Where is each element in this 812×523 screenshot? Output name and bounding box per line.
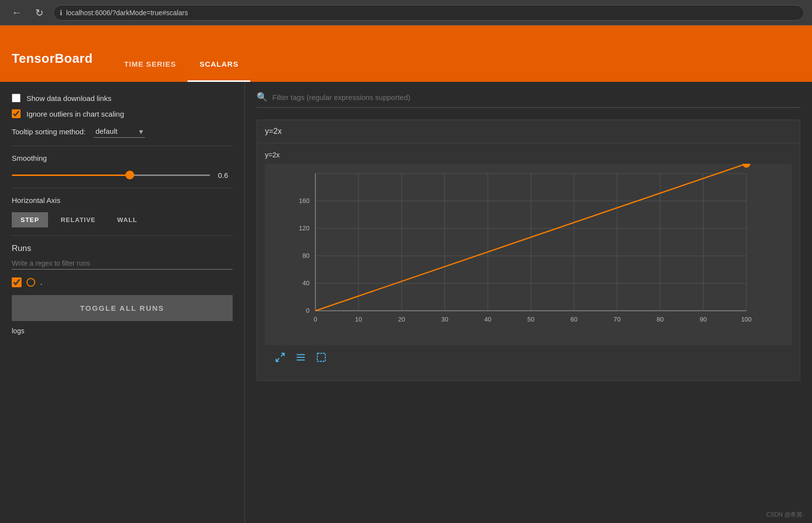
refresh-button[interactable]: ↻ (31, 5, 48, 21)
x-label-50: 50 (527, 316, 534, 323)
back-button[interactable]: ← (8, 5, 25, 20)
svg-rect-24 (317, 353, 326, 362)
x-label-80: 80 (657, 316, 664, 323)
smoothing-value: 0.6 (218, 171, 233, 179)
sidebar: Show data download links Ignore outliers… (0, 82, 245, 523)
runs-title: Runs (12, 244, 233, 253)
chart-endpoint-dot (742, 164, 750, 168)
address-bar[interactable]: ℹ localhost:6006/?darkMode=true#scalars (53, 5, 804, 21)
y-label-0: 0 (306, 307, 310, 314)
url-text: localhost:6006/?darkMode=true#scalars (66, 9, 188, 17)
y-label-40: 40 (303, 279, 310, 287)
smoothing-section: Smoothing 0.6 (12, 154, 233, 180)
divider-3 (12, 235, 233, 236)
run-label: . (40, 278, 42, 287)
expand-chart-button[interactable] (273, 351, 287, 367)
axis-section: Horizontal Axis STEP RELATIVE WALL (12, 196, 233, 227)
x-label-60: 60 (571, 316, 577, 323)
y-label-160: 160 (299, 197, 310, 204)
nav-time-series[interactable]: TIME SERIES (112, 60, 188, 82)
ignore-outliers-label: Ignore outliers in chart scaling (26, 110, 124, 118)
run-row: . (12, 277, 233, 287)
divider-2 (12, 188, 233, 188)
smoothing-slider[interactable] (12, 174, 210, 176)
show-download-label: Show data download links (26, 94, 111, 102)
y-label-120: 120 (299, 224, 310, 232)
x-label-40: 40 (484, 316, 491, 323)
chart-title: y=2x (257, 120, 800, 143)
filter-bar: 🔍 (257, 92, 800, 108)
smoothing-title: Smoothing (12, 154, 233, 162)
slider-row: 0.6 (12, 170, 233, 180)
x-label-10: 10 (355, 316, 362, 323)
settings-section: Show data download links Ignore outliers… (12, 94, 233, 138)
chart-toolbar (265, 345, 792, 373)
chart-card: y=2x y=2x (257, 120, 800, 381)
toggle-all-runs-button[interactable]: TOGGLE ALL RUNS (12, 295, 233, 321)
svg-line-20 (276, 358, 279, 361)
x-label-20: 20 (398, 316, 405, 323)
runs-filter-input[interactable] (12, 257, 233, 270)
main-content: 🔍 y=2x y=2x (245, 82, 812, 523)
svg-line-19 (281, 353, 284, 356)
tooltip-row: Tooltip sorting method: default ascendin… (12, 125, 233, 138)
slider-wrapper (12, 170, 210, 180)
chart-subtitle: y=2x (265, 151, 792, 159)
browser-bar: ← ↻ ℹ localhost:6006/?darkMode=true#scal… (0, 0, 812, 25)
runs-section: Runs . TOGGLE ALL RUNS logs (12, 244, 233, 335)
chart-svg: 0 40 80 120 160 0 10 20 30 40 50 60 70 (265, 164, 792, 345)
tooltip-label: Tooltip sorting method: (12, 127, 86, 136)
axis-relative-button[interactable]: RELATIVE (52, 212, 104, 227)
axis-step-button[interactable]: STEP (12, 212, 48, 227)
watermark: CSDN @希冀- (766, 511, 804, 519)
tensorboard-header: TensorBoard TIME SERIES SCALARS (0, 25, 812, 82)
show-download-row[interactable]: Show data download links (12, 94, 233, 102)
x-label-90: 90 (700, 316, 707, 323)
ignore-outliers-checkbox[interactable] (12, 109, 21, 118)
ignore-outliers-row[interactable]: Ignore outliers in chart scaling (12, 109, 233, 118)
axis-wall-button[interactable]: WALL (108, 212, 146, 227)
x-label-70: 70 (614, 316, 621, 323)
divider-1 (12, 146, 233, 146)
info-icon: ℹ (60, 9, 62, 17)
show-download-checkbox[interactable] (12, 94, 21, 102)
legend-button[interactable] (293, 351, 308, 367)
filter-input[interactable] (272, 93, 800, 101)
search-icon: 🔍 (257, 92, 267, 102)
run-color-circle (26, 278, 35, 287)
main-layout: Show data download links Ignore outliers… (0, 82, 812, 523)
axis-label: Horizontal Axis (12, 196, 233, 204)
x-label-100: 100 (741, 316, 752, 323)
main-nav: TIME SERIES SCALARS (112, 25, 250, 82)
x-label-0: 0 (313, 316, 317, 323)
chart-inner: y=2x (257, 143, 800, 380)
tooltip-select[interactable]: default ascending descending nearest (94, 125, 145, 138)
axis-buttons: STEP RELATIVE WALL (12, 212, 233, 227)
chart-svg-container: 0 40 80 120 160 0 10 20 30 40 50 60 70 (265, 164, 792, 345)
logs-label: logs (12, 327, 233, 335)
run-checkbox[interactable] (12, 277, 22, 287)
x-label-30: 30 (441, 316, 448, 323)
y-label-80: 80 (303, 252, 310, 259)
tooltip-select-wrapper[interactable]: default ascending descending nearest (94, 125, 145, 138)
tensorboard-logo: TensorBoard (12, 51, 93, 82)
data-select-button[interactable] (314, 351, 329, 367)
nav-scalars[interactable]: SCALARS (188, 60, 250, 82)
